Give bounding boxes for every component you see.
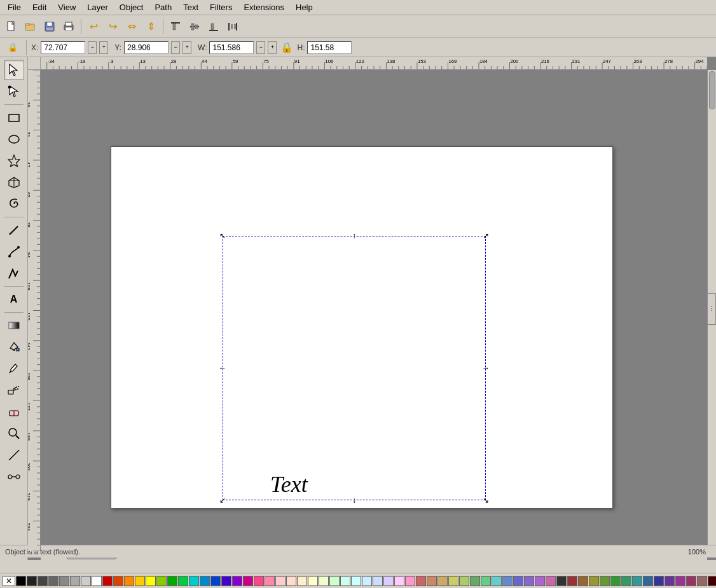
open-document-button[interactable]: [22, 18, 39, 36]
palette-swatch-28[interactable]: [319, 576, 329, 586]
palette-swatch-25[interactable]: [286, 576, 296, 586]
palette-swatch-42[interactable]: [470, 576, 480, 586]
x-minus-button[interactable]: −: [88, 41, 97, 54]
palette-swatch-63[interactable]: [697, 576, 707, 586]
undo-button[interactable]: ↩: [85, 18, 102, 36]
palette-swatch-60[interactable]: [664, 576, 675, 586]
y-minus-button[interactable]: −: [171, 41, 180, 54]
palette-swatch-64[interactable]: [708, 576, 716, 586]
new-document-button[interactable]: [3, 18, 20, 36]
palette-swatch-16[interactable]: [189, 576, 199, 586]
node-tool-button[interactable]: [4, 81, 24, 102]
palette-swatch-17[interactable]: [200, 576, 210, 586]
handle-tl[interactable]: ↖: [218, 231, 227, 240]
spiral-tool-button[interactable]: [4, 194, 24, 214]
palette-swatch-20[interactable]: [232, 576, 242, 586]
rect-tool-button[interactable]: [4, 107, 24, 128]
palette-swatch-59[interactable]: [654, 576, 664, 586]
menu-filters[interactable]: Filters: [205, 1, 237, 13]
palette-swatch-48[interactable]: [535, 576, 545, 586]
aspect-lock-icon[interactable]: 🔒: [280, 41, 293, 53]
print-button[interactable]: [60, 18, 78, 36]
menu-help[interactable]: Help: [291, 1, 318, 13]
handle-tm[interactable]: ↑: [350, 231, 359, 240]
3d-box-tool-button[interactable]: [4, 172, 24, 193]
spray-tool-button[interactable]: [4, 380, 24, 400]
palette-swatch-39[interactable]: [437, 576, 448, 586]
palette-swatch-62[interactable]: [686, 576, 696, 586]
palette-swatch-61[interactable]: [675, 576, 685, 586]
palette-swatch-41[interactable]: [459, 576, 469, 586]
distribute-button[interactable]: [224, 18, 242, 36]
text-tool-button[interactable]: A: [4, 289, 24, 310]
toggle-lock-button[interactable]: 🔒: [4, 39, 22, 57]
align-top-button[interactable]: [167, 18, 184, 36]
save-document-button[interactable]: [41, 18, 59, 36]
palette-swatch-29[interactable]: [329, 576, 340, 586]
palette-swatch-5[interactable]: [70, 576, 80, 586]
palette-swatch-47[interactable]: [524, 576, 534, 586]
palette-swatch-45[interactable]: [502, 576, 513, 586]
palette-swatch-27[interactable]: [308, 576, 318, 586]
measure-tool-button[interactable]: [4, 445, 24, 465]
palette-swatch-13[interactable]: [156, 576, 167, 586]
handle-mr[interactable]: →: [481, 364, 490, 373]
palette-swatch-50[interactable]: [556, 576, 567, 586]
mirror-horizontal-button[interactable]: ⇔: [123, 18, 141, 36]
palette-swatch-12[interactable]: [146, 576, 156, 586]
handle-bm[interactable]: ↓: [350, 496, 359, 505]
palette-swatch-4[interactable]: [59, 576, 69, 586]
select-tool-button[interactable]: [4, 60, 24, 80]
zoom-tool-button[interactable]: [4, 423, 24, 444]
w-minus-button[interactable]: −: [256, 41, 265, 54]
star-tool-button[interactable]: [4, 151, 24, 171]
paint-bucket-tool-button[interactable]: [4, 337, 24, 357]
palette-swatch-33[interactable]: [373, 576, 383, 586]
palette-swatch-2[interactable]: [38, 576, 48, 586]
palette-swatch-57[interactable]: [632, 576, 642, 586]
palette-swatch-43[interactable]: [481, 576, 491, 586]
palette-swatch-24[interactable]: [275, 576, 286, 586]
palette-swatch-11[interactable]: [135, 576, 145, 586]
w-input[interactable]: [209, 41, 254, 54]
menu-object[interactable]: Object: [114, 1, 149, 13]
palette-swatch-53[interactable]: [589, 576, 599, 586]
palette-swatch-10[interactable]: [124, 576, 134, 586]
x-plus-button[interactable]: +: [99, 41, 108, 54]
eraser-tool-button[interactable]: [4, 402, 24, 422]
menu-path[interactable]: Path: [149, 1, 177, 13]
palette-swatch-23[interactable]: [265, 576, 275, 586]
align-bottom-button[interactable]: [205, 18, 223, 36]
palette-swatch-55[interactable]: [610, 576, 621, 586]
palette-swatch-0[interactable]: [16, 576, 26, 586]
y-input[interactable]: [124, 41, 169, 54]
palette-swatch-1[interactable]: [27, 576, 37, 586]
x-input[interactable]: [41, 41, 85, 54]
menu-text[interactable]: Text: [178, 1, 203, 13]
palette-swatch-21[interactable]: [243, 576, 253, 586]
palette-swatch-26[interactable]: [297, 576, 307, 586]
palette-swatch-54[interactable]: [600, 576, 610, 586]
menu-edit[interactable]: Edit: [27, 1, 52, 13]
palette-swatch-40[interactable]: [448, 576, 458, 586]
palette-swatch-49[interactable]: [546, 576, 556, 586]
h-input[interactable]: [307, 41, 352, 54]
palette-swatch-32[interactable]: [362, 576, 372, 586]
palette-swatch-58[interactable]: [643, 576, 653, 586]
palette-swatch-19[interactable]: [221, 576, 231, 586]
palette-swatch-31[interactable]: [351, 576, 361, 586]
palette-swatch-18[interactable]: [210, 576, 221, 586]
palette-swatch-9[interactable]: [113, 576, 123, 586]
menu-file[interactable]: File: [3, 1, 26, 13]
palette-swatch-22[interactable]: [254, 576, 264, 586]
palette-swatch-34[interactable]: [383, 576, 394, 586]
text-object[interactable]: Text: [270, 471, 308, 498]
handle-tr[interactable]: ↗: [481, 231, 490, 240]
palette-swatch-6[interactable]: [81, 576, 91, 586]
palette-swatch-3[interactable]: [48, 576, 59, 586]
connector-tool-button[interactable]: [4, 467, 24, 487]
align-center-button[interactable]: [186, 18, 203, 36]
palette-swatch-37[interactable]: [416, 576, 426, 586]
right-expand-handle[interactable]: ⋮: [707, 293, 716, 325]
handle-bl[interactable]: ↙: [218, 496, 227, 505]
